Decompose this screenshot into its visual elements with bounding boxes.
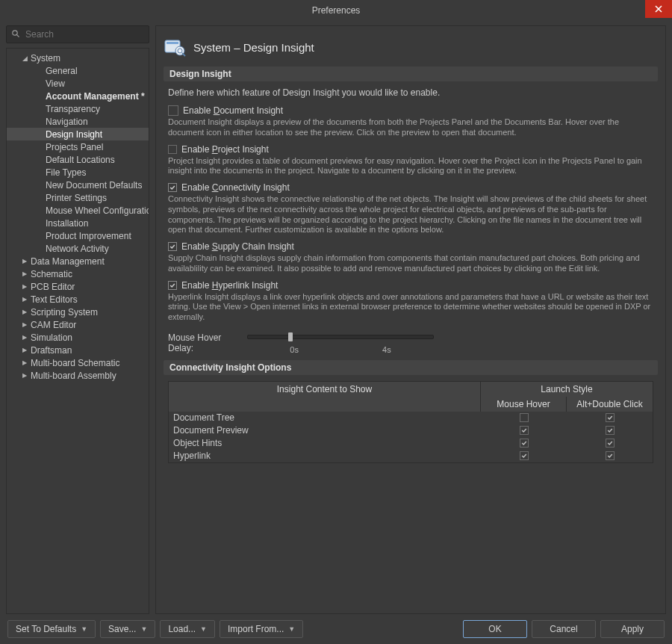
apply-button[interactable]: Apply <box>600 620 665 638</box>
import-from-button[interactable]: Import From... ▼ <box>220 620 303 638</box>
save-button[interactable]: Save... ▼ <box>100 620 155 638</box>
option-doc-text: Enable Document Insight <box>183 105 283 116</box>
row-alt-checkbox[interactable] <box>606 451 615 460</box>
svg-point-0 <box>13 30 17 34</box>
tree-node-label: PCB Editor <box>29 282 75 292</box>
tree-leaf-label: Mouse Wheel Configuration <box>44 205 149 216</box>
hover-delay-row: Mouse Hover Delay: . 0s 4s . <box>168 332 653 354</box>
tree-node[interactable]: ▶Multi-board Assembly <box>7 369 149 382</box>
tree-leaf-label: Transparency <box>44 104 100 114</box>
tree-leaf[interactable]: Account Management * <box>7 90 149 102</box>
option-hyper-checkbox[interactable] <box>168 281 177 290</box>
tree-leaf[interactable]: Mouse Wheel Configuration <box>7 204 149 217</box>
chevron-right-icon: ▶ <box>20 359 29 366</box>
slider-thumb[interactable] <box>288 332 293 341</box>
option-conn-label[interactable]: Enable Connectivity Insight <box>168 182 653 193</box>
tree-node[interactable]: ▶PCB Editor <box>7 280 149 293</box>
row-hover-checkbox[interactable] <box>520 426 529 435</box>
tree-leaf[interactable]: Projects Panel <box>7 140 149 153</box>
row-label: Object Hints <box>169 438 481 448</box>
table-header-row-1: Insight Content to Show Launch Style <box>169 382 653 397</box>
tree-node[interactable]: ◢System <box>7 52 149 64</box>
hover-delay-slider[interactable] <box>247 332 434 342</box>
page-header: System – Design Insight <box>164 32 658 62</box>
row-label: Document Tree <box>169 412 481 423</box>
tree-node[interactable]: ▶Simulation <box>7 331 149 344</box>
option-doc-checkbox[interactable] <box>168 105 178 116</box>
option-doc-label[interactable]: Enable Document Insight <box>168 105 653 116</box>
chevron-right-icon: ▶ <box>20 258 29 264</box>
tree-leaf[interactable]: File Types <box>7 166 149 179</box>
set-to-defaults-button[interactable]: Set To Defaults ▼ <box>7 620 96 638</box>
row-alt-checkbox[interactable] <box>606 413 615 422</box>
hover-delay-label: Mouse Hover Delay: <box>168 332 247 353</box>
slider-scale: . 0s 4s . <box>247 345 434 354</box>
tree-leaf[interactable]: Default Locations <box>7 153 149 166</box>
table-row: Document Tree <box>169 412 653 424</box>
option-supply-label[interactable]: Enable Supply Chain Insight <box>168 241 653 252</box>
tree-leaf[interactable]: General <box>7 64 149 77</box>
chevron-right-icon: ▶ <box>20 296 29 303</box>
intro-text: Define here which feature of Design Insi… <box>168 87 653 98</box>
nav-tree[interactable]: ◢SystemGeneralViewAccount Management *Tr… <box>6 48 149 614</box>
tree-node[interactable]: ▶Multi-board Schematic <box>7 356 149 369</box>
option-hyper-label[interactable]: Enable Hyperlink Insight <box>168 280 653 291</box>
ok-button[interactable]: OK <box>463 620 527 638</box>
table-body: Document TreeDocument PreviewObject Hint… <box>169 412 653 462</box>
page-icon <box>164 36 186 58</box>
tree-leaf[interactable]: Network Activity <box>7 242 149 255</box>
tree-node[interactable]: ▶Data Management <box>7 255 149 267</box>
option-conn-checkbox[interactable] <box>168 183 177 192</box>
tree-node[interactable]: ▶Text Editors <box>7 293 149 306</box>
tree-leaf-label: New Document Defaults <box>44 180 142 191</box>
window-title: Preferences <box>0 5 672 16</box>
tree-leaf-label: Installation <box>44 218 88 229</box>
tree-node-label: Simulation <box>29 332 72 343</box>
close-button[interactable] <box>645 0 672 18</box>
option-supply-checkbox[interactable] <box>168 242 177 251</box>
row-label: Hyperlink <box>169 451 481 461</box>
option-hyper-text: Enable Hyperlink Insight <box>181 280 278 291</box>
tree-leaf[interactable]: Product Improvement <box>7 229 149 242</box>
chevron-down-icon: ◢ <box>20 55 29 62</box>
option-proj-checkbox[interactable] <box>168 145 177 154</box>
cancel-button[interactable]: Cancel <box>532 620 596 638</box>
row-hover-checkbox[interactable] <box>520 451 529 460</box>
tree-node-label: Draftsman <box>29 345 72 356</box>
row-alt-checkbox[interactable] <box>606 439 615 448</box>
tree-node[interactable]: ▶Scripting System <box>7 306 149 318</box>
section-connectivity-options-body: Insight Content to Show Launch Style Mou… <box>164 381 658 469</box>
row-alt-checkbox[interactable] <box>606 426 615 435</box>
slider-min-label-real: 0s <box>290 345 299 354</box>
option-proj-label[interactable]: Enable Project Insight <box>168 144 653 155</box>
option-hyper-description: Hyperlink Insight displays a link over h… <box>168 292 653 323</box>
option-doc: Enable Document InsightDocument Insight … <box>168 105 653 138</box>
tree-node[interactable]: ▶CAM Editor <box>7 318 149 331</box>
option-conn-description: Connectivity Insight shows the connectiv… <box>168 194 653 235</box>
tree-leaf[interactable]: Design Insight <box>7 128 149 140</box>
option-doc-description: Document Insight displays a preview of t… <box>168 117 653 138</box>
tree-node-label: CAM Editor <box>29 320 76 330</box>
tree-leaf-label: View <box>44 78 65 89</box>
search-input[interactable] <box>24 28 144 40</box>
tree-node[interactable]: ▶Schematic <box>7 267 149 280</box>
tree-node-label: Schematic <box>29 269 72 279</box>
tree-leaf[interactable]: Printer Settings <box>7 191 149 204</box>
main-panel: System – Design Insight Design Insight D… <box>155 25 666 614</box>
tree-leaf[interactable]: Navigation <box>7 115 149 128</box>
tree-leaf[interactable]: Transparency <box>7 102 149 115</box>
search-box[interactable] <box>6 25 149 43</box>
row-hover-checkbox[interactable] <box>520 439 529 448</box>
tree-node[interactable]: ▶Draftsman <box>7 344 149 356</box>
tree-leaf[interactable]: Installation <box>7 217 149 229</box>
tree-leaf[interactable]: View <box>7 77 149 90</box>
svg-rect-2 <box>167 42 178 44</box>
tree-leaf-label: File Types <box>44 167 86 178</box>
row-hover-checkbox[interactable] <box>520 413 529 422</box>
col-header-content: Insight Content to Show <box>169 382 481 397</box>
tree-node-label: Text Editors <box>29 294 78 305</box>
options-list: Enable Document InsightDocument Insight … <box>168 105 653 323</box>
tree-leaf[interactable]: New Document Defaults <box>7 179 149 191</box>
load-button[interactable]: Load... ▼ <box>160 620 215 638</box>
body: ◢SystemGeneralViewAccount Management *Tr… <box>0 21 672 614</box>
